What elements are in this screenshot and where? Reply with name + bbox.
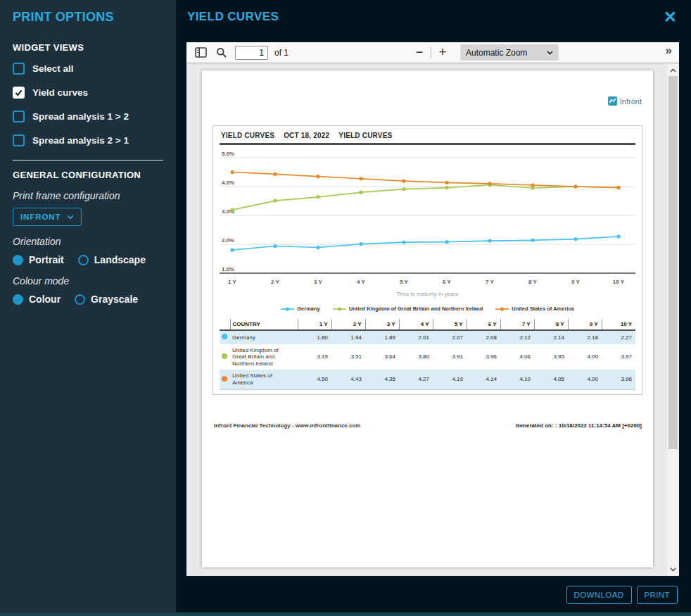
checkbox-unchecked-icon[interactable] xyxy=(13,63,25,75)
chevron-down-icon xyxy=(547,51,553,55)
toolbar-separator xyxy=(431,47,431,58)
series-color-dot xyxy=(220,370,230,389)
page-footer: Infront Financial Technology - www.infro… xyxy=(214,422,642,429)
legend-item-united-states-of-america: United States of America xyxy=(495,306,574,312)
legend-label: Germany xyxy=(297,306,320,312)
table-body: Germany1.801.941.892.012.072.082.122.142… xyxy=(220,330,635,389)
chart-legend: GermanyUnited Kingdom of Great Britain a… xyxy=(220,306,635,312)
checkbox-yield-curves[interactable]: Yield curves xyxy=(13,87,163,99)
yield-value: 4.00 xyxy=(568,344,602,370)
print-button[interactable]: PRINT xyxy=(637,586,678,604)
pdf-toolbar: of 1 − + Automatic Zoom » xyxy=(186,42,679,63)
infront-logo-icon xyxy=(608,96,617,106)
yield-value: 4.10 xyxy=(500,370,534,389)
radio-unselected-icon[interactable] xyxy=(78,255,89,265)
yield-value: 4.43 xyxy=(331,370,365,389)
yield-value: 2.18 xyxy=(568,330,602,344)
toggle-sidebar-icon[interactable] xyxy=(194,46,208,59)
general-config-heading: GENERAL CONFIGURATION xyxy=(13,170,163,180)
table-header-cell xyxy=(220,319,230,330)
yield-value: 3.64 xyxy=(365,344,399,370)
radio-colour-colour[interactable]: Colour xyxy=(13,294,61,305)
legend-label: United Kingdom of Great Britain and Nort… xyxy=(349,306,483,312)
widget-subtitle: YIELD CURVES xyxy=(338,132,392,139)
radio-selected-icon[interactable] xyxy=(13,294,23,305)
table-header-row: COUNTRY1 Y2 Y3 Y4 Y5 Y6 Y7 Y8 Y9 Y10 Y xyxy=(220,319,635,330)
radio-orientation-portrait[interactable]: Portrait xyxy=(13,254,64,265)
radio-selected-icon[interactable] xyxy=(13,255,23,265)
dialog-actions: DOWNLOAD PRINT xyxy=(566,586,678,604)
scrollbar-thumb[interactable] xyxy=(668,76,678,449)
print-frame-label: Print frame configuration xyxy=(13,190,163,201)
yield-value: 4.35 xyxy=(365,370,399,389)
radio-label: Portrait xyxy=(29,254,64,265)
checkbox-unchecked-icon[interactable] xyxy=(13,111,25,122)
table-header-cell: 7 Y xyxy=(500,319,534,330)
print-frame-value: INFRONT xyxy=(20,213,61,221)
print-options-sidebar: PRINT OPTIONS WIDGET VIEWS Select allYie… xyxy=(0,0,176,616)
sidebar-title: PRINT OPTIONS xyxy=(13,10,163,25)
dialog-header: YIELD CURVES ✕ xyxy=(176,0,691,42)
yield-value: 4.00 xyxy=(568,370,602,389)
series-color-dot xyxy=(220,330,230,344)
bottom-accent-strip xyxy=(0,612,691,616)
yield-value: 4.05 xyxy=(534,370,568,389)
table-header-cell: 6 Y xyxy=(467,319,500,330)
yield-value: 2.14 xyxy=(534,330,568,344)
checkbox-select-all[interactable]: Select all xyxy=(13,63,163,75)
yield-value: 3.80 xyxy=(399,344,433,370)
page-number-input[interactable] xyxy=(235,46,268,60)
country-name: Germany xyxy=(230,330,298,344)
legend-marker-icon xyxy=(281,306,294,312)
yield-value: 2.08 xyxy=(467,330,500,344)
legend-item-germany: Germany xyxy=(281,306,320,312)
sidebar-divider xyxy=(13,160,163,161)
checkbox-unchecked-icon[interactable] xyxy=(13,134,25,146)
print-dialog: PRINT OPTIONS WIDGET VIEWS Select allYie… xyxy=(0,0,691,616)
checkbox-label: Spread analysis 1 > 2 xyxy=(32,111,129,122)
dialog-title: YIELD CURVES xyxy=(187,10,279,24)
checkbox-checked-icon[interactable] xyxy=(13,87,25,99)
colour-mode-label: Colour mode xyxy=(13,275,163,287)
download-button[interactable]: DOWNLOAD xyxy=(566,586,632,604)
yield-value: 3.91 xyxy=(433,344,467,370)
legend-label: United States of America xyxy=(512,306,574,312)
checkbox-label: Yield curves xyxy=(32,87,88,98)
yield-value: 3.97 xyxy=(602,344,635,370)
widget-title: YIELD CURVES xyxy=(221,132,274,139)
toolbar-overflow-icon[interactable]: » xyxy=(666,44,672,58)
radio-colour-grayscale[interactable]: Grayscale xyxy=(75,294,138,305)
yield-value: 3.96 xyxy=(602,370,635,389)
country-name: United Kingdom of Great Britain and Nort… xyxy=(230,344,298,370)
chevron-down-icon xyxy=(67,215,74,220)
radio-unselected-icon[interactable] xyxy=(75,294,85,305)
legend-marker-icon xyxy=(333,306,346,312)
svg-text:4 Y: 4 Y xyxy=(357,279,366,285)
pdf-viewer[interactable]: Infront YIELD CURVESOCT 18, 2022YIELD CU… xyxy=(186,63,679,576)
table-header-country: COUNTRY xyxy=(230,319,298,330)
svg-text:1.0%: 1.0% xyxy=(222,266,234,272)
yield-value: 4.27 xyxy=(399,370,433,389)
yield-chart: 5.0%4.0%3.0%2.0%1.0%1 Y2 Y3 Y4 Y5 Y6 Y7 … xyxy=(220,146,635,301)
zoom-level-select[interactable]: Automatic Zoom xyxy=(460,44,559,61)
yield-value: 2.27 xyxy=(602,330,635,344)
scroll-down-icon[interactable] xyxy=(667,564,679,574)
svg-text:2.0%: 2.0% xyxy=(222,237,234,244)
scroll-up-icon[interactable] xyxy=(667,65,679,75)
table-row-united-states-of-america: United States of America4.504.434.354.27… xyxy=(220,370,635,389)
table-header-cell: 3 Y xyxy=(365,319,399,330)
checkbox-label: Spread analysis 2 > 1 xyxy=(32,135,129,146)
print-frame-select[interactable]: INFRONT xyxy=(13,208,82,226)
radio-orientation-landscape[interactable]: Landscape xyxy=(78,254,146,265)
country-name: United States of America xyxy=(230,370,298,389)
scrollbar[interactable] xyxy=(667,63,679,576)
close-icon[interactable]: ✕ xyxy=(664,8,677,27)
checkbox-spread-analysis-2-1[interactable]: Spread analysis 2 > 1 xyxy=(13,134,163,146)
zoom-in-icon[interactable]: + xyxy=(433,45,452,60)
yield-table: COUNTRY1 Y2 Y3 Y4 Y5 Y6 Y7 Y8 Y9 Y10 Y G… xyxy=(220,319,635,390)
search-icon[interactable] xyxy=(215,46,229,60)
checkbox-spread-analysis-1-2[interactable]: Spread analysis 1 > 2 xyxy=(13,111,163,122)
zoom-level-value: Automatic Zoom xyxy=(466,48,527,58)
series-color-dot xyxy=(220,344,230,370)
zoom-out-icon[interactable]: − xyxy=(410,45,429,60)
